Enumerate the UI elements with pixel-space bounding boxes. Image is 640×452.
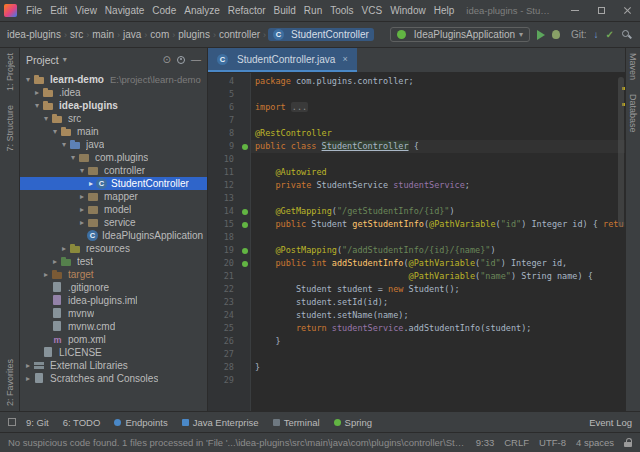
line-number[interactable]: 14 (208, 205, 238, 218)
tree-item-pom-xml[interactable]: mpom.xml (20, 333, 207, 346)
line-number[interactable]: 12 (208, 179, 238, 192)
readonly-lock-icon[interactable] (624, 438, 632, 447)
menu-navigate[interactable]: Navigate (101, 5, 148, 16)
tree-item-model[interactable]: ▸model (20, 203, 207, 216)
vcs-update-icon[interactable]: ↓ (594, 29, 599, 40)
tree-item-gitignore[interactable]: .gitignore (20, 281, 207, 294)
tab-studentcontroller-java[interactable]: C StudentController.java × (208, 48, 357, 72)
toolwindow-button-event-log[interactable]: Event Log (589, 417, 632, 428)
breadcrumb-item-plugins[interactable]: plugins (177, 29, 211, 40)
line-number[interactable]: 8 (208, 127, 238, 140)
expand-arrow-icon[interactable]: ▸ (23, 361, 33, 370)
tree-item-java[interactable]: ▾java (20, 138, 207, 151)
tool-button-database[interactable]: Database (628, 94, 638, 133)
search-icon[interactable] (621, 29, 632, 40)
expand-arrow-icon[interactable]: ▸ (23, 374, 33, 383)
tree-item-ideapluginsapplication[interactable]: CIdeaPluginsApplication (20, 229, 207, 242)
editor-area[interactable]: C StudentController.java × 4package com.… (208, 48, 625, 411)
breadcrumb-item-studentcontroller[interactable]: CStudentController (268, 28, 374, 41)
line-number[interactable]: 15 (208, 218, 238, 231)
expand-arrow-icon[interactable]: ▸ (32, 88, 42, 97)
tree-item-src[interactable]: ▾src (20, 112, 207, 125)
collapse-arrow-icon[interactable]: ▾ (50, 127, 60, 136)
toolwindow-button-terminal[interactable]: Terminal (273, 417, 320, 428)
spring-bean-icon[interactable] (242, 144, 248, 150)
collapse-arrow-icon[interactable]: ▾ (41, 114, 51, 123)
close-tab-icon[interactable]: × (342, 54, 347, 64)
hide-panel-icon[interactable]: — (191, 54, 201, 65)
caret-position[interactable]: 9:33 (476, 437, 495, 448)
tree-item-external-libraries[interactable]: ▸External Libraries (20, 359, 207, 372)
tree-item-learn-demo[interactable]: ▾learn-demoE:\project\learn-demo (20, 73, 207, 86)
line-number[interactable]: 9 (208, 140, 238, 153)
toolwindow-button-6-todo[interactable]: 6: TODO (63, 417, 101, 428)
line-number[interactable]: 10 (208, 153, 238, 166)
locate-file-icon[interactable]: ⊙ (163, 54, 171, 65)
line-number[interactable]: 18 (208, 231, 238, 244)
collapse-arrow-icon[interactable]: ▾ (23, 75, 33, 84)
tool-button-2-favorites[interactable]: 2: Favorites (5, 359, 15, 406)
tree-item-mvnw-cmd[interactable]: mvnw.cmd (20, 320, 207, 333)
tree-item-idea-plugins-iml[interactable]: idea-plugins.iml (20, 294, 207, 307)
tree-item-mapper[interactable]: ▸mapper (20, 190, 207, 203)
tree-item-license[interactable]: LICENSE (20, 346, 207, 359)
spring-bean-icon[interactable] (242, 209, 248, 215)
line-number[interactable]: 27 (208, 348, 238, 361)
tree-item-mvnw[interactable]: mvnw (20, 307, 207, 320)
toolwindow-button-java-enterprise[interactable]: Java Enterprise (182, 417, 259, 428)
menu-tools[interactable]: Tools (326, 5, 357, 16)
tree-item-idea-plugins[interactable]: ▾idea-plugins (20, 99, 207, 112)
line-number[interactable]: 19 (208, 244, 238, 257)
breadcrumb-item-main[interactable]: main (91, 29, 115, 40)
tree-item-scratches-and-consoles[interactable]: ▸Scratches and Consoles (20, 372, 207, 385)
collapse-arrow-icon[interactable]: ▾ (59, 140, 69, 149)
tree-item-service[interactable]: ▸service (20, 216, 207, 229)
expand-arrow-icon[interactable]: ▸ (77, 192, 87, 201)
menu-help[interactable]: Help (430, 5, 459, 16)
tree-item-idea[interactable]: ▸.idea (20, 86, 207, 99)
toolwindow-button-endpoints[interactable]: Endpoints (114, 417, 167, 428)
line-number[interactable]: 6 (208, 101, 238, 114)
menu-vcs[interactable]: VCS (358, 5, 387, 16)
line-number[interactable]: 5 (208, 88, 238, 101)
breadcrumb-item-java[interactable]: java (122, 29, 142, 40)
line-number[interactable]: 23 (208, 296, 238, 309)
tool-button-7-structure[interactable]: 7: Structure (5, 105, 15, 152)
menu-window[interactable]: Window (386, 5, 430, 16)
tree-item-target[interactable]: ▸target (20, 268, 207, 281)
menu-run[interactable]: Run (300, 5, 326, 16)
tool-button-maven[interactable]: Maven (628, 53, 638, 80)
minimize-button[interactable] (562, 0, 588, 21)
menu-refactor[interactable]: Refactor (224, 5, 270, 16)
editor-scrollbar[interactable] (618, 77, 624, 227)
line-number[interactable]: 4 (208, 75, 238, 88)
line-number[interactable]: 7 (208, 114, 238, 127)
line-number[interactable]: 22 (208, 283, 238, 296)
tool-button-1-project[interactable]: 1: Project (5, 53, 15, 91)
menu-file[interactable]: File (22, 5, 46, 16)
tree-item-resources[interactable]: ▸resources (20, 242, 207, 255)
line-number[interactable]: 26 (208, 335, 238, 348)
line-number[interactable]: 11 (208, 166, 238, 179)
spring-bean-icon[interactable] (242, 222, 248, 228)
expand-arrow-icon[interactable]: ▸ (59, 244, 69, 253)
expand-arrow-icon[interactable]: ▸ (50, 257, 60, 266)
collapse-arrow-icon[interactable]: ▾ (32, 101, 42, 110)
toolwindow-button-9-git[interactable]: 9: Git (26, 417, 49, 428)
run-button[interactable] (537, 30, 545, 40)
line-number[interactable]: 20 (208, 257, 238, 270)
spring-bean-icon[interactable] (242, 261, 248, 267)
expand-arrow-icon[interactable]: ▸ (41, 270, 51, 279)
breadcrumb-item-src[interactable]: src (69, 29, 84, 40)
menu-view[interactable]: View (71, 5, 101, 16)
breadcrumb-item-com[interactable]: com (149, 29, 170, 40)
vcs-commit-icon[interactable]: ✓ (606, 29, 614, 40)
line-number[interactable]: 21 (208, 270, 238, 283)
collapse-arrow-icon[interactable]: ▾ (77, 166, 87, 175)
spring-bean-icon[interactable] (242, 248, 248, 254)
code-editor[interactable]: 4package com.plugins.controller;56import… (208, 73, 625, 411)
line-number[interactable]: 28 (208, 361, 238, 374)
line-number[interactable]: 24 (208, 309, 238, 322)
tree-item-main[interactable]: ▾main (20, 125, 207, 138)
line-number[interactable]: 25 (208, 322, 238, 335)
